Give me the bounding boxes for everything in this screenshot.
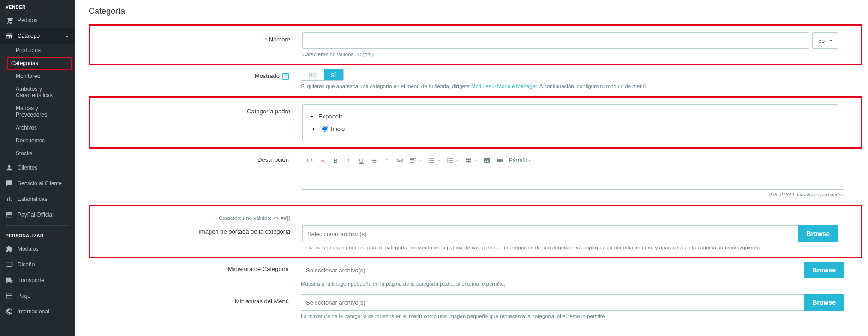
bold-icon[interactable]: B (330, 155, 341, 166)
displayed-help: Si quieres que aparezca una categoría en… (301, 83, 844, 89)
paragraph-select[interactable]: Párrafo (507, 157, 534, 164)
blockquote-icon[interactable]: " (382, 155, 393, 166)
image-icon[interactable] (481, 155, 492, 166)
tree-root-radio[interactable] (322, 126, 328, 132)
numbered-dropdown-icon[interactable] (455, 155, 461, 166)
cover-file-input[interactable] (302, 225, 798, 242)
sidebar-item-customers[interactable]: Clientes (0, 160, 75, 176)
align-dropdown-icon[interactable] (418, 155, 424, 166)
sidebar-item-catalog[interactable]: Catálogo (0, 28, 75, 44)
bullet-dropdown-icon[interactable] (436, 155, 443, 166)
sidebar-divider (6, 225, 69, 226)
user-icon (6, 164, 13, 171)
sidebar-item-label: Módulos (18, 246, 38, 252)
submenu-discounts[interactable]: Descuentos (16, 134, 75, 147)
numbered-list-icon[interactable] (444, 155, 455, 166)
sidebar-item-label: Pedidos (18, 17, 37, 24)
label-cover: Caracteres no válidos: <>;=#{} Imagen de… (90, 212, 302, 235)
sidebar-item-orders[interactable]: Pedidos (0, 12, 75, 28)
strike-icon[interactable]: S (369, 155, 380, 166)
video-icon[interactable] (494, 155, 505, 166)
submenu-brands[interactable]: Marcas y Proveedores (16, 102, 75, 121)
chevron-up-icon (65, 34, 69, 38)
submenu-products[interactable]: Productos (16, 44, 75, 57)
category-tree: Expandir Inicio (302, 104, 838, 141)
label-thumb: Miniatura de Categoría (89, 262, 301, 272)
row-menu-thumb: Miniaturas del Menú Browse La miniatura … (89, 294, 862, 319)
sidebar-item-service[interactable]: Servicio al Cliente (0, 176, 75, 191)
table-icon[interactable] (463, 155, 474, 166)
modules-link[interactable]: Modules > Module Manager (471, 83, 537, 89)
italic-icon[interactable]: I (343, 155, 354, 166)
displayed-toggle[interactable]: NO SÍ (301, 69, 344, 81)
cart-icon (6, 17, 13, 24)
sidebar-item-paypal[interactable]: PayPal Official (0, 207, 75, 223)
submenu-files[interactable]: Archivos (16, 121, 75, 134)
cover-invalid: Caracteres no válidos: <>;=#{} (90, 215, 290, 221)
name-input[interactable] (302, 32, 809, 49)
bullet-list-icon[interactable] (426, 155, 437, 166)
link-icon[interactable] (395, 155, 406, 166)
sidebar-item-label: Servicio al Cliente (18, 180, 62, 187)
tree-expand[interactable]: Expandir (309, 110, 831, 123)
puzzle-icon (6, 245, 13, 253)
tree-root[interactable]: Inicio (309, 123, 831, 135)
page-title: Categoría (89, 0, 862, 24)
help-icon[interactable]: ? (282, 73, 289, 80)
row-name: * Nombre es Caracteres no válidos: <>;=#… (89, 24, 862, 65)
toggle-no[interactable]: NO (301, 69, 324, 81)
label-displayed: Mostrado? (89, 69, 301, 80)
sidebar-item-payment[interactable]: Pago (0, 288, 75, 304)
underline-icon[interactable]: U (356, 155, 367, 166)
toggle-yes[interactable]: SÍ (324, 69, 343, 81)
sidebar-section-sell: VENDER (0, 0, 75, 12)
description-editor[interactable] (301, 168, 844, 190)
table-dropdown-icon[interactable] (473, 155, 479, 166)
sidebar-item-label: Pago (18, 293, 30, 299)
menu-thumb-file-input[interactable] (301, 294, 804, 311)
sidebar-item-design[interactable]: Diseño (0, 257, 75, 272)
chat-icon (6, 180, 13, 187)
language-select[interactable]: es (812, 32, 838, 49)
sidebar: VENDER Pedidos Catálogo Productos Catego… (0, 0, 75, 336)
card-icon (6, 211, 13, 218)
sidebar-item-shipping[interactable]: Transporte (0, 272, 75, 288)
row-parent: Categoría padre Expandir Inicio (89, 96, 862, 149)
name-help: Caracteres no válidos: <>;=#{} (302, 52, 838, 57)
sidebar-item-modules[interactable]: Módulos (0, 241, 75, 257)
globe-icon (6, 308, 13, 315)
submenu-categories[interactable]: Categorías (7, 57, 72, 70)
label-parent: Categoría padre (90, 104, 302, 115)
truck-icon (6, 277, 13, 284)
chevron-right-icon (311, 126, 317, 132)
code-icon[interactable] (304, 155, 315, 166)
row-cover: Caracteres no válidos: <>;=#{} Imagen de… (89, 205, 862, 258)
row-description: Descripción A B I U S " (89, 153, 862, 197)
thumb-file-input[interactable] (301, 262, 804, 278)
monitor-icon (6, 261, 13, 268)
stats-icon (6, 195, 13, 203)
sidebar-section-customize: PERSONALIZAR (0, 229, 75, 241)
thumb-help: Muestra una imagen pequeña en la página … (301, 281, 844, 287)
thumb-browse-button[interactable]: Browse (804, 262, 844, 278)
main-content: Categoría * Nombre es Caracteres no váli… (75, 0, 868, 336)
cover-help: Esta es la imagen principal para tu cate… (302, 245, 838, 250)
align-icon[interactable] (407, 155, 419, 166)
cover-browse-button[interactable]: Browse (798, 225, 838, 242)
label-menu-thumb: Miniaturas del Menú (89, 294, 301, 305)
submenu-stocks[interactable]: Stocks (16, 147, 75, 160)
menu-thumb-browse-button[interactable]: Browse (804, 294, 844, 311)
sidebar-item-label: Diseño (18, 261, 35, 268)
text-color-icon[interactable]: A (317, 155, 328, 166)
char-counter: 0 de 21844 caracteres permitidos (301, 192, 844, 197)
sidebar-item-intl[interactable]: Internacional (0, 304, 75, 319)
row-displayed: Mostrado? NO SÍ Si quieres que aparezca … (89, 69, 862, 89)
submenu-attributes[interactable]: Atributos y Características (16, 83, 75, 102)
row-thumb: Miniatura de Categoría Browse Muestra un… (89, 262, 862, 287)
sidebar-item-label: Catálogo (18, 33, 40, 39)
sidebar-item-stats[interactable]: Estadísticas (0, 191, 75, 207)
sidebar-item-label: PayPal Official (18, 212, 54, 218)
label-name: * Nombre (90, 32, 302, 43)
sidebar-item-label: Estadísticas (18, 196, 48, 202)
submenu-monitoring[interactable]: Monitoreo (16, 70, 75, 83)
